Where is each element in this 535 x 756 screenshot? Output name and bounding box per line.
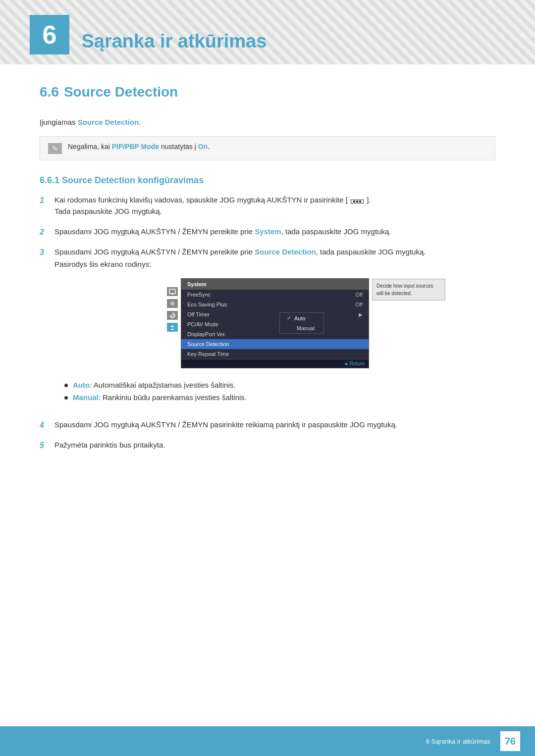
step-4: 4 Spausdami JOG mygtuką AUKŠTYN / ŽEMYN … <box>40 420 495 432</box>
screen-icon-3 <box>167 311 178 320</box>
intro-paragraph: Įjungiamas Source Detection. <box>40 118 495 126</box>
footer-chapter-label: 6 Sąranka ir atkūrimas <box>426 738 490 745</box>
main-content: 6.6Source Detection Įjungiamas Source De… <box>0 84 535 452</box>
page-footer: 6 Sąranka ir atkūrimas 76 <box>0 726 535 756</box>
bullet-manual: Manual: Rankiniu būdu parenkamas įvestie… <box>64 393 495 402</box>
menu-panel: System FreeSync Off Eco Saving Plus Off … <box>181 278 369 368</box>
step-2: 2 Spausdami JOG mygtuką AUKŠTYN / ŽEMYN … <box>40 227 495 239</box>
bullet-auto: Auto: Automatiškai atpažįstamas įvesties… <box>64 381 495 389</box>
menu-item-pcav: PC/AV Mode <box>181 319 369 329</box>
section-heading: 6.6Source Detection <box>40 84 495 103</box>
note-text: Negalima, kai PIP/PBP Mode nustatytas į … <box>68 143 210 151</box>
svg-point-3 <box>172 303 173 304</box>
screen-mockup-wrapper: System FreeSync Off Eco Saving Plus Off … <box>54 278 495 368</box>
menu-item-source-detection: Source Detection <box>181 339 369 349</box>
menu-item-keyrepeat: Key Repeat Time <box>181 349 369 359</box>
chapter-header: 6 Sąranka ir atkūrimas <box>0 0 535 64</box>
grid-icon-inline <box>351 200 364 203</box>
screen-left-icons <box>167 287 178 332</box>
footer-page-number: 76 <box>500 731 520 751</box>
menu-item-freesync: FreeSync Off <box>181 290 369 300</box>
svg-point-5 <box>171 325 173 327</box>
svg-point-4 <box>171 314 173 316</box>
chapter-title: Sąranka ir atkūrimas <box>81 31 267 52</box>
steps-list: 1 Kai rodomas funkcinių klavišų vadovas,… <box>40 196 495 452</box>
submenu-item-auto: ✔ Auto <box>280 313 323 323</box>
submenu-item-manual: Manual <box>280 323 323 333</box>
menu-item-offtimer: Off Timer ▶ <box>181 309 369 319</box>
step-1: 1 Kai rodomas funkcinių klavišų vadovas,… <box>40 196 495 218</box>
note-box: Negalima, kai PIP/PBP Mode nustatytas į … <box>40 136 495 160</box>
step-3: 3 Spausdami JOG mygtuką AUKŠTYN / ŽEMYN … <box>40 248 495 411</box>
note-icon <box>48 143 62 154</box>
step-5: 5 Pažymėta parinktis bus pritaikyta. <box>40 441 495 452</box>
svg-rect-1 <box>171 294 174 295</box>
chapter-number: 6 <box>30 15 69 54</box>
return-bar: ◄ Return <box>181 359 369 368</box>
menu-item-eco: Eco Saving Plus Off <box>181 300 369 309</box>
menu-header: System <box>181 279 369 290</box>
menu-item-displayport: DisplayPort Ver. <box>181 329 369 339</box>
submenu-panel: ✔ Auto Manual <box>279 312 324 334</box>
bullet-list: Auto: Automatiškai atpažįstamas įvesties… <box>64 381 495 402</box>
screen-icon-1 <box>167 287 178 296</box>
screen-icon-4 <box>167 323 178 332</box>
subsection-heading: 6.6.1 Source Detection konfigūravimas <box>40 175 495 186</box>
screen-container: System FreeSync Off Eco Saving Plus Off … <box>181 278 369 368</box>
tooltip-box: Decide how input sources will be detecte… <box>372 279 445 301</box>
svg-rect-0 <box>169 289 175 294</box>
screen-icon-2 <box>167 299 178 308</box>
